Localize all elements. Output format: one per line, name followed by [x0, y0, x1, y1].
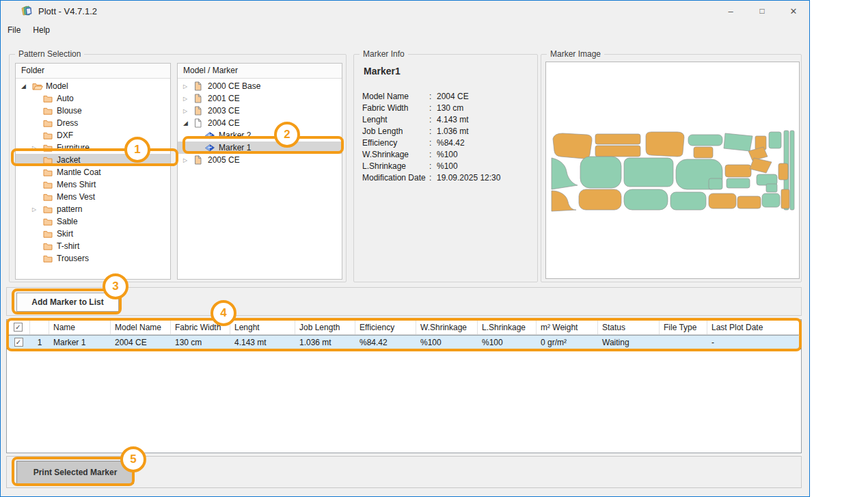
info-value: 1.036 mt: [437, 126, 469, 136]
folder-panel-header[interactable]: Folder: [16, 64, 170, 79]
expander-collapsed-icon[interactable]: ▷: [183, 83, 194, 90]
annotation-circle-1: 1: [124, 137, 150, 163]
close-button[interactable]: ✕: [778, 1, 809, 21]
info-separator: :: [429, 150, 437, 159]
folder-icon: [43, 168, 54, 176]
title-bar: Plott - V4.7.1.2 – □ ✕: [1, 1, 809, 21]
info-row: W.Shrinkage:%100: [362, 148, 533, 160]
annotation-box-4: [6, 318, 802, 351]
folder-tree: ◢ Model Auto Blouse Dress: [16, 79, 170, 265]
tree-item-label: Skirt: [54, 229, 73, 239]
tree-item-dxf[interactable]: DXF: [16, 129, 170, 142]
folder-icon: [43, 217, 54, 226]
menu-help[interactable]: Help: [32, 23, 56, 37]
model-marker-header[interactable]: Model / Marker: [178, 64, 342, 79]
annotation-circle-5: 5: [120, 446, 146, 472]
tree-item-label: 2004 CE: [205, 118, 240, 128]
menu-bar: File Help: [1, 21, 809, 39]
tree-item-mens-vest[interactable]: Mens Vest: [16, 191, 170, 203]
info-value: %100: [437, 161, 458, 171]
tree-item-pattern[interactable]: ▷ pattern: [16, 203, 170, 215]
expander-collapsed-icon[interactable]: ▷: [183, 96, 194, 102]
tree-item-blouse[interactable]: Blouse: [16, 105, 170, 117]
tree-item-2004-ce[interactable]: ◢ 2004 CE: [178, 117, 342, 129]
group-label: Pattern Selection: [15, 49, 84, 59]
info-separator: :: [429, 115, 437, 124]
folder-icon: [43, 107, 54, 115]
tree-item-mens-shirt[interactable]: Mens Shirt: [16, 178, 170, 191]
tree-item-label: pattern: [54, 204, 82, 214]
window-title: Plott - V4.7.1.2: [38, 6, 97, 16]
expander-expanded-icon[interactable]: ◢: [183, 120, 194, 126]
pattern-selection-group: Pattern Selection Folder ◢ Model Auto: [9, 54, 347, 282]
tree-item-label: Trousers: [54, 254, 89, 263]
marker-layout-image: [546, 62, 799, 278]
model-doc-icon: [194, 81, 205, 91]
expander-expanded-icon[interactable]: ◢: [21, 83, 32, 90]
marker-image-group: Marker Image: [541, 54, 802, 282]
info-label: Fabric Width: [362, 103, 429, 113]
tree-item-label: Mantle Coat: [54, 167, 101, 177]
marker-info-rows: Model Name:2004 CE Fabric Width:130 cm L…: [362, 90, 533, 183]
folder-icon: [43, 230, 54, 238]
folder-icon: [43, 131, 54, 139]
tree-item-model[interactable]: ◢ Model: [16, 80, 170, 92]
expander-collapsed-icon[interactable]: ▷: [32, 206, 43, 213]
info-value: 2004 CE: [437, 92, 469, 101]
info-value: 4.143 mt: [437, 115, 469, 124]
tree-item-mantle-coat[interactable]: Mantle Coat: [16, 166, 170, 178]
folder-tree-panel: Folder ◢ Model Auto Blouse: [15, 63, 171, 280]
tree-item-2001-ce[interactable]: ▷ 2001 CE: [178, 92, 342, 105]
model-marker-panel: Model / Marker ▷ 2000 CE Base ▷ 2001 CE …: [177, 63, 342, 280]
info-value: 130 cm: [437, 103, 463, 113]
group-label: Marker Image: [547, 49, 604, 59]
info-label: Lenght: [362, 115, 429, 124]
tree-item-sable[interactable]: Sable: [16, 215, 170, 228]
tree-item-label: Mens Vest: [54, 192, 95, 202]
tree-item-label: Dress: [54, 118, 78, 128]
folder-icon: [43, 94, 54, 103]
annotation-box-2: [182, 136, 344, 154]
info-row: Efficiency:%84.42: [362, 137, 533, 148]
info-row: Modification Date:19.09.2025 12:30: [362, 172, 533, 183]
tree-item-label: Sable: [54, 217, 78, 226]
marker-info-title: Marker1: [364, 66, 401, 77]
minimize-button[interactable]: –: [715, 1, 746, 21]
tree-item-auto[interactable]: Auto: [16, 92, 170, 105]
info-separator: :: [429, 126, 437, 136]
maximize-button[interactable]: □: [746, 1, 778, 21]
tree-item-tshirt[interactable]: T-shirt: [16, 240, 170, 252]
tree-item-trousers[interactable]: Trousers: [16, 252, 170, 265]
annotation-circle-3: 3: [103, 273, 128, 299]
info-label: Modification Date: [362, 173, 429, 183]
tree-item-dress[interactable]: Dress: [16, 117, 170, 129]
folder-icon: [43, 180, 54, 189]
open-folder-icon: [32, 82, 43, 90]
model-doc-icon: [194, 106, 205, 116]
info-row: Fabric Width:130 cm: [362, 102, 533, 113]
tree-item-2000-ce-base[interactable]: ▷ 2000 CE Base: [178, 80, 342, 92]
folder-icon: [43, 119, 54, 127]
annotation-circle-2: 2: [274, 122, 300, 148]
tree-item-skirt[interactable]: Skirt: [16, 228, 170, 240]
info-label: Job Length: [362, 126, 429, 136]
tree-item-label: Blouse: [54, 106, 82, 116]
expander-collapsed-icon[interactable]: ▷: [183, 108, 194, 114]
annotation-circle-4: 4: [211, 300, 236, 326]
tree-item-2005-ce[interactable]: ▷ 2005 CE: [178, 154, 342, 166]
info-separator: :: [429, 138, 437, 148]
info-value: %100: [437, 150, 458, 159]
info-separator: :: [429, 103, 437, 113]
tree-item-label: 2001 CE: [205, 94, 240, 103]
info-label: L.Shrinkage: [362, 161, 429, 171]
tree-item-label: Auto: [54, 94, 74, 103]
folder-icon: [43, 205, 54, 213]
info-separator: :: [429, 173, 437, 183]
tree-item-2003-ce[interactable]: ▷ 2003 CE: [178, 105, 342, 117]
tree-item-label: DXF: [54, 131, 73, 140]
expander-collapsed-icon[interactable]: ▷: [183, 157, 194, 163]
folder-icon: [43, 254, 54, 263]
app-window: Plott - V4.7.1.2 – □ ✕ File Help Pattern…: [0, 0, 810, 497]
info-label: W.Shrinkage: [362, 150, 429, 159]
menu-file[interactable]: File: [7, 23, 27, 37]
